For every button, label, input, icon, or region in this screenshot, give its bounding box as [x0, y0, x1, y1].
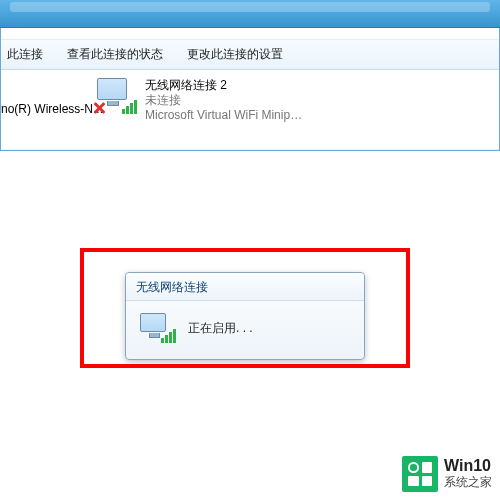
adapter-status: 未连接: [145, 93, 305, 108]
address-area: [1, 28, 499, 40]
window-content: 此连接 查看此连接的状态 更改此连接的设置 no(R) Wireless-N..…: [0, 28, 500, 151]
dialog-body: 正在启用. . .: [126, 301, 364, 359]
signal-bars-icon: [122, 100, 137, 114]
adapter-item-left[interactable]: no(R) Wireless-N...: [1, 70, 91, 149]
titlebar-glass: [10, 2, 490, 12]
toolbar-view-status[interactable]: 查看此连接的状态: [67, 46, 163, 63]
wifi-adapter-icon: [95, 76, 139, 116]
adapter-text: 无线网络连接 2 未连接 Microsoft Virtual WiFi Mini…: [145, 76, 305, 123]
watermark-text: Win10 系统之家: [444, 458, 492, 490]
adapter-left-desc: no(R) Wireless-N...: [1, 76, 103, 116]
watermark: Win10 系统之家: [402, 456, 492, 492]
signal-bars-icon: [161, 329, 176, 343]
adapter-item-virtual-wifi[interactable]: 无线网络连接 2 未连接 Microsoft Virtual WiFi Mini…: [91, 70, 301, 149]
watermark-top: Win10: [444, 458, 492, 474]
adapters-pane: no(R) Wireless-N... 无线网络连接 2 未连接 Microso…: [1, 70, 499, 150]
enabling-dialog: 无线网络连接 正在启用. . .: [125, 272, 365, 360]
adapter-name: 无线网络连接 2: [145, 78, 305, 93]
disconnected-x-icon: [91, 100, 107, 116]
wifi-adapter-icon: [138, 311, 178, 345]
dialog-message: 正在启用. . .: [188, 320, 253, 337]
dialog-title: 无线网络连接: [126, 273, 364, 301]
toolbar-disable-connection[interactable]: 此连接: [7, 46, 43, 63]
toolbar-change-settings[interactable]: 更改此连接的设置: [187, 46, 283, 63]
watermark-bot: 系统之家: [444, 474, 492, 490]
toolbar: 此连接 查看此连接的状态 更改此连接的设置: [1, 40, 499, 70]
adapter-desc: Microsoft Virtual WiFi Minipor...: [145, 108, 305, 123]
window-titlebar: [0, 0, 500, 28]
watermark-logo-icon: [402, 456, 438, 492]
